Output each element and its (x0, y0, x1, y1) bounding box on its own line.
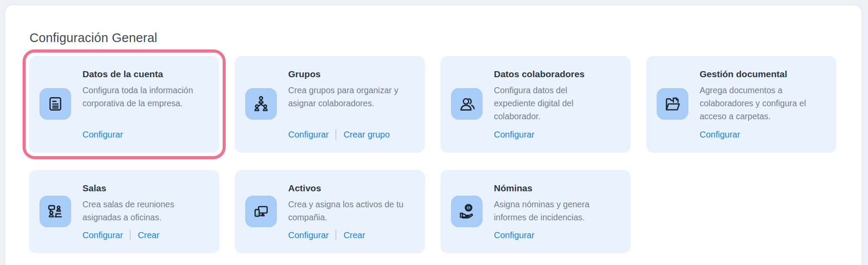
description-line: Crea grupos para organizar y (288, 84, 414, 97)
description-line: colaborador. (494, 110, 619, 123)
card-links: Configurar (82, 129, 208, 140)
card-description: Configura toda la información corporativ… (82, 84, 208, 110)
description-line: compañia. (288, 211, 414, 224)
card-body: Salas Crea salas de reuniones asignadas … (82, 182, 208, 240)
configuracion-general-section: Configuración General Datos de la cuenta… (5, 5, 861, 265)
svg-text:$: $ (467, 205, 470, 209)
card-title: Activos (288, 183, 414, 193)
card-links: Configurar Crear (288, 230, 414, 240)
person-icon (457, 95, 476, 113)
description-line: asignadas a oficinas. (82, 211, 208, 224)
card-nominas: $ Nóminas Asigna nóminas y genera inform… (441, 170, 631, 253)
description-line: acceso a carpetas. (700, 110, 825, 123)
card-datos-de-la-cuenta: Datos de la cuenta Configura toda la inf… (29, 56, 219, 153)
org-chart-icon (252, 95, 270, 113)
description-line: asignar colaboradores. (288, 97, 414, 110)
card-title: Nóminas (494, 183, 619, 193)
meeting-room-icon (46, 202, 65, 221)
card-activos: Activos Crea y asigna los activos de tu … (235, 170, 425, 253)
card-links: Configurar (494, 230, 619, 240)
description-line: colaboradores y configura el (700, 97, 825, 110)
card-salas: Salas Crea salas de reuniones asignadas … (29, 170, 219, 253)
card-title: Grupos (288, 69, 414, 79)
page-title: Configuración General (30, 30, 838, 45)
hand-coin-icon: $ (457, 202, 476, 221)
card-body: Datos colaboradores Configura datos del … (494, 68, 619, 140)
card-body: Activos Crea y asigna los activos de tu … (288, 182, 414, 240)
card-description: Configura datos del expediente digital d… (494, 84, 619, 123)
crear-grupo-link[interactable]: Crear grupo (343, 129, 390, 140)
icon-tile (245, 88, 277, 120)
description-line: expediente digital del (494, 97, 619, 110)
card-gestion-documental: Gestión documental Agrega documentos a c… (646, 56, 836, 153)
link-divider (335, 230, 336, 240)
card-body: Grupos Crea grupos para organizar y asig… (288, 68, 414, 140)
description-line: Agrega documentos a (700, 84, 825, 97)
description-line: Asigna nóminas y genera (494, 198, 619, 211)
document-lines-icon (46, 95, 65, 113)
card-description: Crea y asigna los activos de tu compañia… (288, 198, 414, 224)
configurar-link[interactable]: Configurar (700, 129, 740, 140)
description-line: corporativa de la empresa. (82, 97, 208, 110)
card-body: Nóminas Asigna nóminas y genera informes… (494, 182, 619, 240)
configurar-link[interactable]: Configurar (82, 129, 123, 140)
crear-link[interactable]: Crear (343, 230, 365, 240)
card-body: Gestión documental Agrega documentos a c… (700, 68, 825, 140)
configurar-link[interactable]: Configurar (288, 129, 329, 140)
card-description: Crea salas de reuniones asignadas a ofic… (82, 198, 208, 224)
configurar-link[interactable]: Configurar (494, 230, 534, 240)
icon-tile (39, 88, 71, 120)
link-divider (130, 230, 131, 240)
card-description: Agrega documentos a colaboradores y conf… (700, 84, 825, 123)
card-grupos: Grupos Crea grupos para organizar y asig… (235, 56, 425, 153)
icon-tile (451, 88, 483, 120)
card-description: Asigna nóminas y genera informes de inci… (494, 198, 619, 224)
icon-tile (657, 88, 688, 120)
description-line: Crea salas de reuniones (82, 198, 208, 211)
card-links: Configurar Crear (82, 230, 208, 240)
cards-grid: Datos de la cuenta Configura toda la inf… (29, 56, 838, 253)
card-title: Gestión documental (700, 69, 825, 79)
link-divider (335, 129, 336, 140)
card-links: Configurar Crear grupo (288, 129, 414, 140)
description-line: Crea y asigna los activos de tu (288, 198, 414, 211)
icon-tile (39, 196, 71, 227)
card-title: Datos colaboradores (494, 69, 619, 79)
configurar-link[interactable]: Configurar (82, 230, 123, 240)
devices-icon (252, 202, 270, 221)
card-links: Configurar (494, 129, 619, 140)
card-body: Datos de la cuenta Configura toda la inf… (82, 68, 208, 140)
icon-tile (245, 196, 277, 227)
card-description: Crea grupos para organizar y asignar col… (288, 84, 414, 110)
configurar-link[interactable]: Configurar (288, 230, 329, 240)
icon-tile: $ (451, 196, 483, 227)
card-datos-colaboradores: Datos colaboradores Configura datos del … (441, 56, 631, 153)
description-line: informes de incidencias. (494, 211, 619, 224)
card-links: Configurar (700, 129, 825, 140)
description-line: Configura toda la información (82, 84, 208, 97)
folder-document-icon (663, 95, 682, 113)
crear-link[interactable]: Crear (138, 230, 159, 240)
configurar-link[interactable]: Configurar (494, 129, 534, 140)
card-title: Salas (82, 183, 208, 193)
card-title: Datos de la cuenta (82, 69, 208, 79)
description-line: Configura datos del (494, 84, 619, 97)
